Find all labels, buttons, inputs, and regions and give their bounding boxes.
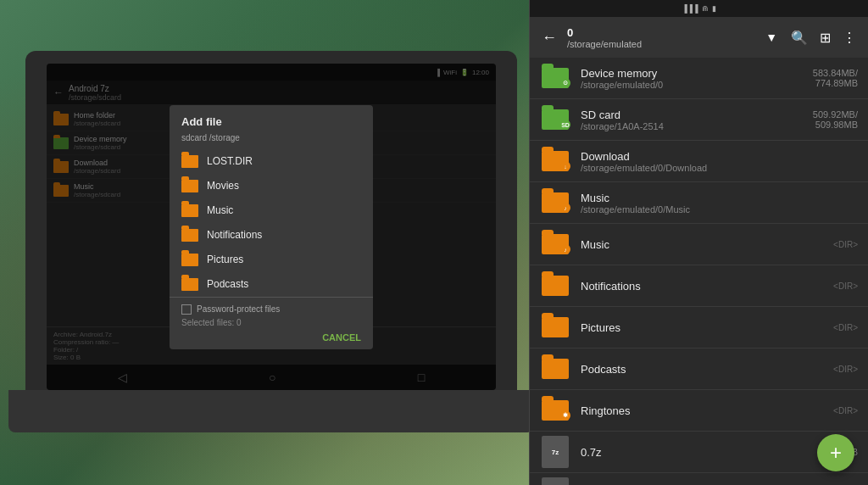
fm-list-item[interactable]: ♪ Music <DIR> (530, 224, 868, 265)
fm-list-item[interactable]: Pictures <DIR> (530, 307, 868, 348)
dialog-list-item[interactable]: Podcasts (170, 272, 373, 297)
folder-icon (540, 315, 570, 339)
item-name: Notifications (207, 229, 262, 241)
file-type-badge: 7z (542, 436, 569, 468)
item-name: Ringtones (581, 404, 833, 417)
fm-list-item[interactable]: ⊙ Device memory /storage/emulated/0 583.… (530, 58, 868, 99)
add-file-dialog: Add file sdcard /storage LOST.DIR Movies (170, 105, 373, 349)
wifi-icon: ⋒ (702, 4, 709, 13)
folder-icon (181, 155, 198, 168)
item-path: /storage/emulated/0 (581, 80, 813, 90)
fm-list-item[interactable]: SD SD card /storage/1A0A-2514 509.92MB/ … (530, 99, 868, 141)
item-name: Pictures (207, 254, 243, 265)
music-badge: ♪ (560, 203, 570, 213)
fm-list-item[interactable]: ♪ Music /storage/emulated/0/Music (530, 182, 868, 224)
fm-current-path: /storage/emulated (567, 39, 755, 49)
dialog-footer: Password-protect files Selected files: 0… (170, 297, 373, 349)
size-total: 509.98MB (813, 120, 858, 130)
item-info: Music /storage/emulated/0/Music (581, 192, 858, 215)
fm-back-button[interactable]: ← (538, 25, 560, 50)
item-name: Device memory (581, 67, 813, 80)
item-size: 583.84MB/ 774.89MB (813, 68, 858, 88)
dialog-file-list[interactable]: LOST.DIR Movies Music Notifications (170, 149, 373, 297)
storage-icon: ⊙ (540, 66, 570, 90)
fm-list-item[interactable]: Podcasts <DIR> (530, 348, 868, 390)
file-type-badge: 7z (542, 477, 569, 485)
breadcrumb-root: sdcard (181, 133, 207, 142)
fm-item-count: 0 (567, 26, 755, 39)
laptop-screen: ▐ WiFi 🔋 12:00 ← Android 7z /storage/sdc… (47, 64, 496, 390)
item-path: /storage/emulated/0/Download (581, 163, 858, 173)
cancel-button[interactable]: CANCEL (322, 332, 361, 343)
item-dir: <DIR> (833, 365, 858, 374)
item-name: SD card (581, 109, 813, 121)
fm-more-button[interactable]: ⋮ (839, 26, 860, 49)
fm-file-list[interactable]: ⊙ Device memory /storage/emulated/0 583.… (530, 58, 868, 485)
item-name: Download (581, 150, 858, 163)
item-dir: <DIR> (833, 323, 858, 332)
battery-icon: ▮ (712, 4, 716, 13)
folder-icon: ♪ (540, 191, 570, 215)
dialog-list-item[interactable]: Music (170, 198, 373, 223)
item-info: 0.7z (581, 446, 828, 459)
storage-badge: ⊙ (560, 78, 570, 88)
item-info: Device memory /storage/emulated/0 (581, 67, 813, 90)
dialog-buttons: CANCEL (181, 332, 361, 343)
size-used: 509.92MB/ (813, 109, 858, 120)
folder-icon (181, 229, 198, 242)
size-used: 583.84MB/ (813, 68, 858, 78)
laptop-base (8, 390, 534, 432)
folder-icon (181, 180, 198, 192)
dir-label: <DIR> (833, 323, 858, 332)
fm-search-button[interactable]: 🔍 (787, 26, 811, 49)
dir-label: <DIR> (833, 406, 858, 415)
dialog-list-item[interactable]: Pictures (170, 248, 373, 272)
fm-list-item[interactable]: ↓ Download /storage/emulated/0/Download (530, 141, 868, 182)
item-path: /storage/1A0A-2514 (581, 121, 813, 131)
selected-count: Selected files: 0 (181, 318, 361, 327)
dialog-list-item[interactable]: Movies (170, 174, 373, 198)
folder-shape (542, 276, 569, 296)
music-badge: ♪ (560, 244, 570, 254)
checkbox-label: Password-protect files (197, 304, 280, 314)
dialog-list-item[interactable]: LOST.DIR (170, 149, 373, 174)
item-name: Music (581, 238, 833, 251)
breadcrumb-path: /storage (209, 133, 240, 142)
item-info: Music (581, 238, 833, 251)
fm-list-item[interactable]: 7z backup.7z 870.84KB (530, 473, 868, 485)
item-dir: <DIR> (833, 282, 858, 291)
dir-label: <DIR> (833, 240, 858, 249)
dir-label: <DIR> (833, 282, 858, 291)
fm-title-area: 0 /storage/emulated (567, 26, 755, 49)
fm-toolbar: 🔍 ⊞ ⋮ (787, 26, 860, 49)
password-protect-row[interactable]: Password-protect files (181, 304, 361, 315)
item-info: Download /storage/emulated/0/Download (581, 150, 858, 173)
fm-statusbar: ▐▐▐ ⋒ ▮ (530, 0, 868, 17)
fm-sort-button[interactable]: ▼ (762, 27, 781, 47)
item-name: LOST.DIR (207, 155, 253, 167)
item-name: 0.7z (581, 446, 828, 459)
storage-icon: SD (540, 108, 570, 131)
item-name: Movies (207, 180, 239, 192)
item-name: Podcasts (581, 363, 833, 376)
laptop: ▐ WiFi 🔋 12:00 ← Android 7z /storage/sdc… (25, 51, 517, 432)
item-info: Ringtones (581, 404, 833, 417)
dialog-list-item[interactable]: Notifications (170, 223, 373, 248)
ringtone-badge: ✱ (560, 410, 570, 421)
signal-icon: ▐▐▐ (682, 4, 698, 13)
item-dir: <DIR> (833, 240, 858, 249)
fm-list-item[interactable]: ✱ Ringtones <DIR> (530, 390, 868, 432)
item-info: Pictures (581, 321, 833, 334)
item-name: Music (581, 192, 858, 204)
folder-icon (540, 357, 570, 381)
folder-icon: ✱ (540, 399, 570, 422)
dialog-overlay: Add file sdcard /storage LOST.DIR Movies (47, 64, 496, 390)
fm-add-button[interactable]: + (817, 434, 854, 471)
fm-grid-button[interactable]: ⊞ (816, 26, 834, 49)
folder-icon (540, 274, 570, 298)
fm-list-item[interactable]: Notifications <DIR> (530, 265, 868, 307)
dialog-breadcrumb: sdcard /storage (170, 133, 373, 149)
item-info: SD card /storage/1A0A-2514 (581, 109, 813, 131)
password-protect-checkbox[interactable] (181, 304, 192, 315)
folder-icon (181, 278, 198, 291)
